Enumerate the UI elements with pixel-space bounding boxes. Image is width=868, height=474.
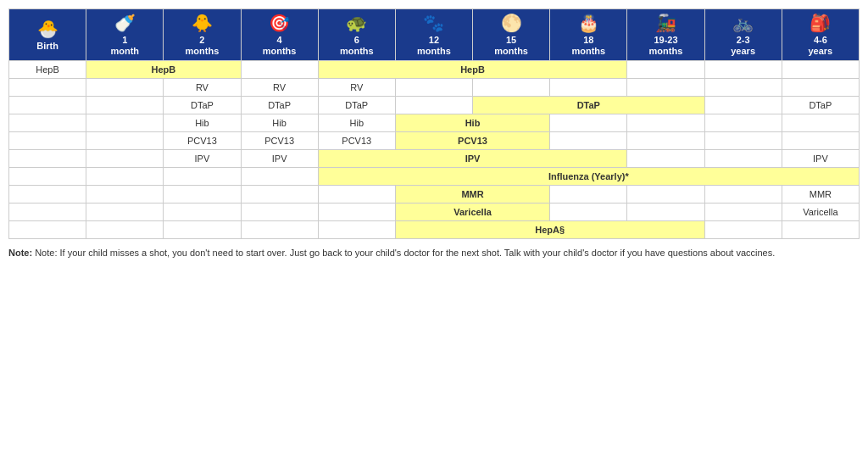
pcv13-row: PCV13 PCV13 PCV13 PCV13 (9, 132, 860, 150)
varicella-2mo-empty (164, 204, 241, 221)
6months-icon: 🐢 (324, 13, 390, 33)
hib-6mo: Hib (318, 114, 395, 132)
ipv-row: IPV IPV IPV IPV (9, 150, 860, 168)
hepb-4mo-empty (241, 61, 318, 79)
mmr-row: MMR MMR (9, 186, 860, 204)
15months-label: 15months (478, 35, 544, 57)
dtap-2mo: DTaP (164, 97, 241, 114)
hib-1mo-empty (86, 114, 164, 132)
hepa-row: HepA§ (9, 221, 860, 239)
birth-icon: 🐣 (14, 19, 81, 39)
rv-2mo: RV (164, 79, 241, 97)
dtap-row: DTaP DTaP DTaP DTaP DTaP (9, 97, 860, 114)
varicella-23yr-empty (704, 204, 782, 221)
pcv13-1923mo-empty (627, 132, 704, 150)
header-15months: 🌕 15months (473, 9, 550, 61)
ipv-23yr-empty (704, 150, 782, 168)
46years-label: 4-6years (787, 35, 854, 57)
mmr-46yr: MMR (782, 186, 859, 204)
ipv-6-18mo: IPV (318, 150, 627, 168)
header-18months: 🎂 18months (550, 9, 627, 61)
hepa-1mo-empty (86, 221, 164, 239)
vaccine-schedule-table: 🐣 Birth 🍼 1month 🐥 2months 🎯 4months 🐢 (8, 8, 860, 239)
hepb-birth-label: HepB (9, 61, 86, 79)
influenza-2mo-empty (164, 168, 241, 186)
mmr-2mo-empty (164, 186, 241, 204)
mmr-4mo-empty (241, 186, 318, 204)
varicella-12-15mo: Varicella (395, 204, 549, 221)
influenza-row: Influenza (Yearly)* (9, 168, 860, 186)
hepb-1-2mo: HepB (86, 61, 241, 79)
influenza-1mo-empty (86, 168, 164, 186)
header-4months: 🎯 4months (241, 9, 318, 61)
note-text: Note: If your child misses a shot, you d… (35, 248, 775, 258)
varicella-1923mo-empty (627, 204, 704, 221)
mmr-18mo-empty (550, 186, 627, 204)
rv-46yr-empty (782, 79, 859, 97)
hepa-6mo-empty (318, 221, 395, 239)
pcv13-4mo: PCV13 (241, 132, 318, 150)
rv-birth-empty (9, 79, 86, 97)
varicella-1mo-empty (86, 204, 164, 221)
varicella-row: Varicella Varicella (9, 204, 860, 221)
hepa-birth-empty (9, 221, 86, 239)
header-12months: 🐾 12months (395, 9, 472, 61)
varicella-46yr: Varicella (782, 204, 859, 221)
header-23years: 🚲 2-3years (704, 9, 782, 61)
dtap-4mo: DTaP (241, 97, 318, 114)
dtap-birth-empty (9, 97, 86, 114)
varicella-6mo-empty (318, 204, 395, 221)
hib-46yr-empty (782, 114, 859, 132)
12months-icon: 🐾 (401, 13, 467, 33)
hepa-46yr-empty (782, 221, 859, 239)
mmr-birth-empty (9, 186, 86, 204)
dtap-23yr-empty (704, 97, 782, 114)
23years-label: 2-3years (710, 35, 776, 57)
header-1923months: 🚂 19-23months (627, 9, 704, 61)
varicella-4mo-empty (241, 204, 318, 221)
23years-icon: 🚲 (710, 13, 776, 33)
mmr-1mo-empty (86, 186, 164, 204)
dtap-46yr: DTaP (782, 97, 859, 114)
hepb-6-18mo: HepB (318, 61, 627, 79)
note-section: Note: Note: If your child misses a shot,… (8, 246, 860, 260)
ipv-1mo-empty (86, 150, 164, 168)
hepa-4mo-empty (241, 221, 318, 239)
dtap-6mo: DTaP (318, 97, 395, 114)
varicella-18mo-empty (550, 204, 627, 221)
dtap-12mo-empty (395, 97, 472, 114)
hepa-23yr-empty (704, 221, 782, 239)
rv-15mo-empty (473, 79, 550, 97)
dtap-1mo-empty (86, 97, 164, 114)
hib-1923mo-empty (627, 114, 704, 132)
pcv13-1mo-empty (86, 132, 164, 150)
ipv-46yr: IPV (782, 150, 859, 168)
header-6months: 🐢 6months (318, 9, 395, 61)
hib-2mo: Hib (164, 114, 241, 132)
1923months-label: 19-23months (632, 35, 698, 57)
hib-row: Hib Hib Hib Hib (9, 114, 860, 132)
15months-icon: 🌕 (478, 13, 544, 33)
1month-icon: 🍼 (92, 13, 158, 33)
ipv-2mo: IPV (164, 150, 241, 168)
46years-icon: 🎒 (787, 13, 854, 33)
12months-label: 12months (401, 35, 467, 57)
hepb-row: HepB HepB HepB (9, 61, 860, 79)
ipv-birth-empty (9, 150, 86, 168)
pcv13-6mo: PCV13 (318, 132, 395, 150)
hib-18mo-empty (550, 114, 627, 132)
pcv13-23yr-empty (704, 132, 782, 150)
pcv13-46yr-empty (782, 132, 859, 150)
1month-label: 1month (92, 35, 158, 57)
rv-1923mo-empty (627, 79, 704, 97)
note-label: Note: (8, 248, 32, 258)
rv-4mo: RV (241, 79, 318, 97)
mmr-1923mo-empty (627, 186, 704, 204)
rv-18mo-empty (550, 79, 627, 97)
header-2months: 🐥 2months (164, 9, 241, 61)
header-1month: 🍼 1month (86, 9, 164, 61)
dtap-15-1923mo: DTaP (473, 97, 705, 114)
mmr-23yr-empty (704, 186, 782, 204)
ipv-4mo: IPV (241, 150, 318, 168)
rv-6mo: RV (318, 79, 395, 97)
